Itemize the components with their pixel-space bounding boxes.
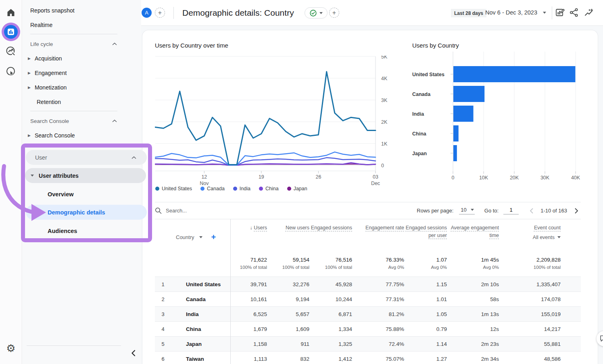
metric-header-7[interactable]: Event countAll events — [499, 219, 561, 254]
totals-subtext: 100% of total — [499, 265, 561, 270]
totals-cell: 76.33%Avg 0% — [352, 254, 404, 277]
nav-acquisition[interactable]: ▶Acquisition — [23, 52, 141, 65]
left-icon-rail: ⚙ — [0, 0, 22, 364]
header-divider — [552, 6, 552, 19]
row-value: 911 — [267, 341, 309, 347]
report-status-pill[interactable] — [305, 7, 328, 19]
line-chart-svg[interactable]: 01K2K3K4K5K12Nov192603Dec — [155, 56, 395, 189]
legend-dot — [259, 187, 263, 191]
totals-subtext: 100% of total — [309, 265, 352, 270]
nav-section-life-cycle[interactable]: Life cycle — [23, 37, 141, 50]
rows-per-page-value: 10 — [461, 207, 466, 213]
nav-label: Retention — [37, 99, 61, 105]
nav-overview[interactable]: Overview — [23, 187, 141, 202]
nav-label: Demographic details — [48, 209, 105, 216]
previous-page-icon[interactable] — [527, 206, 536, 215]
event-scope-selector[interactable]: All events — [499, 234, 561, 241]
row-value: 1,679 — [230, 326, 267, 332]
table-pagination: Rows per page: 10 Go to: 1-10 of 163 — [403, 202, 581, 219]
row-value: 1,158 — [230, 341, 267, 347]
totals-value: 76,516 — [309, 257, 352, 263]
nav-monetization[interactable]: ▶Monetization — [23, 81, 141, 94]
next-page-icon[interactable] — [572, 206, 581, 215]
home-icon[interactable] — [6, 7, 16, 18]
legend-label: Canada — [207, 186, 225, 191]
totals-value: 71,622 — [230, 257, 267, 263]
row-country: Taiwan — [171, 356, 230, 362]
chevron-up-icon — [112, 119, 117, 123]
svg-text:40K: 40K — [571, 175, 580, 181]
nav-section-label: Life cycle — [30, 41, 53, 47]
table-row[interactable]: 5Japan1,1589111,32572.4%1.142m 23s55,881 — [155, 336, 581, 351]
row-value: 1.14 — [404, 341, 447, 347]
bar-chart-svg[interactable]: 010K20K30K40KUnited StatesCanadaIndiaChi… — [407, 48, 601, 183]
nav-search-console[interactable]: ▶Search Console — [23, 129, 141, 142]
totals-subtext: 100% of total — [267, 265, 309, 270]
svg-text:12: 12 — [201, 174, 207, 180]
nav-section-search-console[interactable]: Search Console — [23, 114, 141, 127]
table-rows: 1United States39,79132,27645,92877.75%1.… — [155, 277, 581, 364]
admin-gear-icon[interactable]: ⚙ — [5, 343, 17, 354]
reports-icon[interactable] — [2, 23, 20, 41]
metric-header-3[interactable]: Engaged sessions — [309, 219, 352, 254]
dimension-header-label: Country — [176, 234, 194, 240]
row-value: 6,525 — [230, 311, 267, 317]
metric-header-4[interactable]: Engagement rate — [352, 219, 404, 254]
table-row[interactable]: 1United States39,79132,27645,92877.75%1.… — [155, 277, 581, 291]
table-row[interactable]: 2Canada10,1619,19410,24477.31%1.0158s174… — [155, 291, 581, 306]
check-circle-icon — [310, 10, 317, 17]
row-value: 58s — [447, 296, 499, 302]
table-row[interactable]: 6Taiwan1,1138321,41275.07%1.272m 34s48,5… — [155, 351, 581, 364]
row-value: 10,244 — [309, 296, 352, 302]
add-dimension-icon[interactable]: + — [211, 233, 216, 242]
advertising-icon[interactable] — [5, 66, 17, 77]
add-comparison-icon[interactable]: + — [155, 8, 165, 18]
nav-user-attributes[interactable]: User attributes — [25, 168, 146, 183]
nav-reports-snapshot[interactable]: Reports snapshot — [23, 4, 141, 17]
table-row[interactable]: 4China1,6791,6091,33475.88%0.7912s14,217 — [155, 321, 581, 336]
goto-label: Go to: — [484, 208, 499, 214]
nav-section-user[interactable]: User — [26, 150, 147, 165]
nav-realtime[interactable]: Realtime — [23, 19, 141, 31]
legend-dot — [155, 187, 159, 191]
totals-cell: 2,209,828100% of total — [499, 254, 561, 277]
nav-retention[interactable]: Retention — [23, 96, 141, 108]
nav-demographic-details-selected[interactable]: Demographic details — [26, 205, 147, 220]
legend-label: United States — [162, 186, 192, 191]
goto-page-input[interactable] — [503, 207, 519, 214]
row-value: 832 — [267, 356, 309, 362]
legend-dot — [200, 187, 204, 191]
row-country: United States — [171, 281, 230, 287]
insights-icon[interactable] — [584, 8, 594, 18]
rows-per-page-select[interactable]: 10 — [459, 207, 474, 214]
legend-label: China — [265, 186, 279, 191]
metric-header-5[interactable]: Engaged sessions per user — [404, 219, 447, 254]
nav-engagement[interactable]: ▶Engagement — [23, 67, 141, 79]
row-value: 45,928 — [309, 281, 352, 287]
nav-label: Audiences — [48, 228, 77, 234]
totals-value: 59,154 — [267, 257, 309, 263]
row-value: 75.88% — [352, 326, 404, 332]
metric-header-2[interactable]: New users — [267, 219, 309, 254]
nav-audiences[interactable]: Audiences — [23, 223, 141, 238]
date-range-selector[interactable]: Nov 6 - Dec 3, 2023 — [485, 9, 546, 16]
metric-header-6[interactable]: Average engagement time — [447, 219, 499, 254]
svg-text:China: China — [412, 131, 427, 137]
row-value: 1,334 — [309, 326, 352, 332]
explore-icon[interactable] — [5, 46, 17, 57]
share-icon[interactable] — [570, 8, 579, 18]
svg-text:United States: United States — [412, 72, 444, 77]
nav-section-label: Search Console — [30, 118, 69, 124]
avatar[interactable]: A — [142, 8, 152, 18]
search-input[interactable] — [166, 208, 246, 214]
metric-header-1[interactable]: ↓ Users — [230, 219, 267, 254]
collapse-sidebar-button[interactable] — [128, 348, 138, 358]
add-report-tab-icon[interactable]: + — [329, 8, 339, 18]
row-value: 2m 34s — [447, 356, 499, 362]
edit-comparison-icon[interactable] — [555, 8, 565, 18]
metric-header-label: Average engagement time — [447, 224, 499, 239]
dimension-header-cell[interactable]: Country + — [155, 219, 230, 254]
table-row[interactable]: 3India6,5255,6576,87181.2%1.051m 13s155,… — [155, 306, 581, 321]
legend-dot — [233, 187, 237, 191]
row-country: Canada — [171, 296, 230, 302]
